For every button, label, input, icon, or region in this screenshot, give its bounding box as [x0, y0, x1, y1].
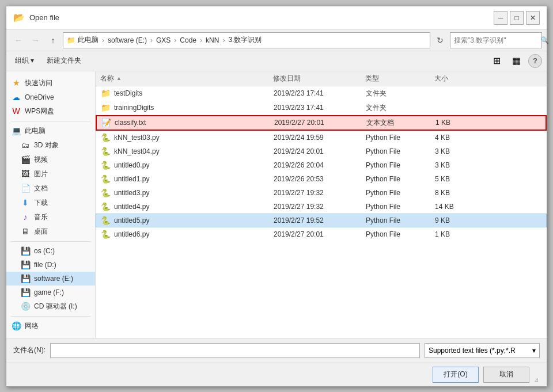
- sep5: ›: [222, 36, 225, 44]
- file-name: untitled3.py: [114, 189, 149, 197]
- cd-icon: 💿: [20, 302, 31, 311]
- folder-icon: 📁: [101, 103, 111, 112]
- py-icon: 🐍: [101, 202, 111, 211]
- file-name-cell: 📁 testDigits: [101, 89, 274, 98]
- py-icon: 🐍: [101, 174, 111, 184]
- view-details-button[interactable]: ⊞: [489, 54, 504, 68]
- sidebar-label-downloads: 下载: [34, 198, 48, 208]
- file-list-area: 名称 ▲ 修改日期 类型 大小 📁 testDigits 2019/2/23: [96, 71, 547, 338]
- file-item[interactable]: 📁 testDigits 2019/2/23 17:41 文件夹: [96, 86, 547, 101]
- col-header-type[interactable]: 类型: [365, 74, 434, 83]
- file-type-cell: Python File: [366, 175, 435, 183]
- file-size-cell: 14 KB: [435, 203, 481, 211]
- file-list[interactable]: 📁 testDigits 2019/2/23 17:41 文件夹 📁 train…: [96, 86, 547, 338]
- close-button[interactable]: ✕: [526, 11, 540, 25]
- sidebar-item-thispc[interactable]: 💻 此电脑: [6, 124, 95, 138]
- file-item[interactable]: 📝 classify.txt 2019/2/27 20:01 文本文档 1 KB: [96, 115, 547, 131]
- breadcrumb-digits[interactable]: 3.数字识别: [228, 35, 262, 45]
- sidebar-label-music: 音乐: [34, 212, 48, 222]
- file-item[interactable]: 🐍 untitled4.py 2019/2/27 19:32 Python Fi…: [96, 200, 547, 214]
- sidebar-label-desktop: 桌面: [34, 227, 48, 237]
- open-button[interactable]: 打开(O): [433, 367, 479, 383]
- breadcrumb-pc[interactable]: 此电脑: [78, 35, 99, 45]
- file-item[interactable]: 📁 trainingDigits 2019/2/23 17:41 文件夹: [96, 101, 547, 115]
- maximize-button[interactable]: □: [510, 11, 524, 25]
- file-name: trainingDigits: [114, 104, 154, 112]
- file-size-cell: 1 KB: [435, 119, 482, 127]
- sidebar-sep2: [11, 241, 90, 242]
- address-bar[interactable]: 📁 此电脑 › software (E:) › GXS › Code › kNN…: [63, 32, 430, 48]
- cancel-button[interactable]: 取消: [483, 367, 529, 383]
- sidebar-item-video[interactable]: 🎬 视频: [6, 153, 95, 167]
- sidebar-item-i[interactable]: 💿 CD 驱动器 (I:): [6, 299, 95, 314]
- file-type-cell: Python File: [366, 216, 435, 224]
- file-name-cell: 🐍 untitled3.py: [101, 188, 274, 197]
- py-icon: 🐍: [101, 216, 111, 225]
- sidebar-label-d: file (D:): [34, 261, 56, 269]
- file-name: kNN_test04.py: [114, 147, 160, 155]
- breadcrumb-gxs[interactable]: GXS: [156, 36, 171, 44]
- sidebar-item-documents[interactable]: 📄 文档: [6, 181, 95, 196]
- refresh-button[interactable]: ↻: [433, 33, 448, 48]
- sidebar-item-network[interactable]: 🌐 网络: [6, 319, 95, 333]
- file-name: classify.txt: [115, 119, 146, 127]
- file-type-cell: Python File: [366, 189, 435, 197]
- sidebar-item-3d[interactable]: 🗂 3D 对象: [6, 138, 95, 153]
- filename-input[interactable]: [50, 343, 420, 358]
- file-item[interactable]: 🐍 kNN_test03.py 2019/2/24 19:59 Python F…: [96, 131, 547, 144]
- network-icon: 🌐: [11, 321, 21, 330]
- search-input[interactable]: [454, 36, 540, 44]
- wps-icon: W: [11, 106, 21, 116]
- dialog-title: Open file: [29, 13, 59, 22]
- file-type-cell: Python File: [366, 230, 435, 238]
- title-controls: ─ □ ✕: [494, 11, 540, 25]
- organize-button[interactable]: 组织 ▾: [11, 54, 38, 68]
- file-item[interactable]: 🐍 untitled1.py 2019/2/26 20:53 Python Fi…: [96, 172, 547, 186]
- col-header-name[interactable]: 名称 ▲: [100, 74, 273, 83]
- file-type-cell: Python File: [366, 203, 435, 211]
- cloud-icon: ☁: [11, 93, 21, 102]
- file-size-cell: 3 KB: [435, 161, 481, 169]
- breadcrumb-code[interactable]: Code: [180, 36, 196, 44]
- file-size-cell: 1 KB: [435, 230, 481, 238]
- file-item[interactable]: 🐍 kNN_test04.py 2019/2/24 20:01 Python F…: [96, 144, 547, 158]
- desktop-icon: 🖥: [20, 227, 31, 236]
- sidebar-label-quick-access: 快速访问: [25, 78, 52, 88]
- help-button[interactable]: ?: [528, 54, 542, 68]
- sidebar-item-d[interactable]: 💾 file (D:): [6, 258, 95, 272]
- up-button[interactable]: ↑: [46, 33, 60, 48]
- breadcrumb-knn[interactable]: kNN: [206, 36, 219, 44]
- file-type-cell: 文件夹: [366, 89, 435, 98]
- file-size-cell: 5 KB: [435, 175, 481, 183]
- title-bar: 📂 Open file ─ □ ✕: [6, 6, 547, 30]
- forward-button[interactable]: →: [28, 33, 43, 48]
- sidebar-item-desktop[interactable]: 🖥 桌面: [6, 224, 95, 239]
- file-item[interactable]: 🐍 untitled6.py 2019/2/27 20:01 Python Fi…: [96, 227, 547, 241]
- sidebar-item-quick-access[interactable]: ★ 快速访问: [6, 76, 95, 90]
- file-item[interactable]: 🐍 untitled0.py 2019/2/26 20:04 Python Fi…: [96, 158, 547, 172]
- search-box[interactable]: 🔍: [450, 32, 542, 48]
- sidebar-item-downloads[interactable]: ⬇ 下载: [6, 196, 95, 210]
- new-folder-button[interactable]: 新建文件夹: [43, 54, 85, 68]
- sidebar-item-pictures[interactable]: 🖼 图片: [6, 167, 95, 181]
- sidebar-item-onedrive[interactable]: ☁ OneDrive: [6, 90, 95, 104]
- file-type-cell: 文件夹: [366, 103, 435, 113]
- sidebar-item-music[interactable]: ♪ 音乐: [6, 210, 95, 224]
- file-name: untitled6.py: [114, 230, 149, 238]
- sidebar-item-c[interactable]: 💾 os (C:): [6, 244, 95, 258]
- back-button[interactable]: ←: [11, 33, 26, 48]
- sidebar-item-wps[interactable]: W WPS网盘: [6, 104, 95, 119]
- file-name-cell: 🐍 untitled5.py: [101, 216, 274, 225]
- file-item[interactable]: 🐍 untitled3.py 2019/2/27 19:32 Python Fi…: [96, 186, 547, 200]
- view-large-button[interactable]: ▦: [509, 54, 524, 68]
- sep1: ›: [102, 36, 104, 44]
- resize-handle[interactable]: ⊿: [534, 376, 540, 383]
- col-header-size[interactable]: 大小: [434, 74, 480, 83]
- minimize-button[interactable]: ─: [494, 11, 507, 25]
- col-header-date[interactable]: 修改日期: [273, 74, 365, 83]
- sidebar-item-e[interactable]: 💾 software (E:): [6, 272, 95, 286]
- breadcrumb-sw[interactable]: software (E:): [108, 36, 147, 44]
- file-item[interactable]: 🐍 untitled5.py 2019/2/27 19:52 Python Fi…: [96, 214, 547, 227]
- filetype-dropdown[interactable]: Supported text files (*.py;*.R ▾: [425, 343, 540, 358]
- sidebar-item-f[interactable]: 💾 game (F:): [6, 286, 95, 299]
